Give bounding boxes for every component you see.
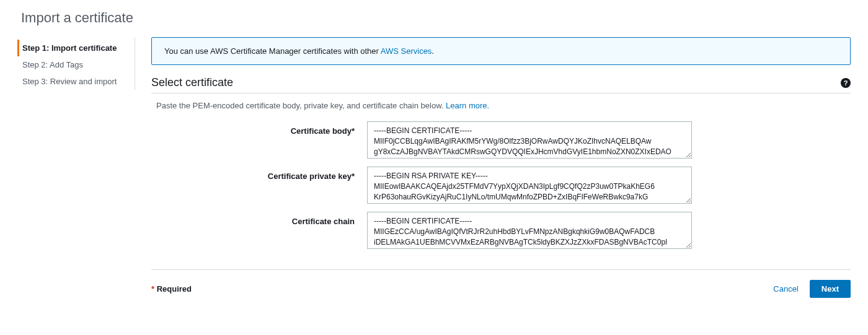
footer-buttons: Cancel Next [773,280,851,298]
section-description: Paste the PEM-encoded certificate body, … [151,101,851,110]
section-header: Select certificate ? [151,76,851,94]
row-certificate-body: Certificate body* [151,121,851,160]
help-icon[interactable]: ? [841,78,851,88]
aws-services-link[interactable]: AWS Services [381,46,432,56]
main-content: You can use AWS Certificate Manager cert… [135,37,851,298]
wizard-step-2[interactable]: Step 2: Add Tags [17,56,130,73]
label-certificate-chain: Certificate chain [156,212,367,251]
required-text: Required [154,284,192,294]
section-heading: Select certificate [151,76,233,89]
banner-text: You can use AWS Certificate Manager cert… [164,46,381,56]
info-banner: You can use AWS Certificate Manager cert… [151,37,851,65]
cancel-button[interactable]: Cancel [773,284,798,294]
certificate-key-input[interactable] [367,167,692,204]
label-certificate-key: Certificate private key* [156,167,367,206]
row-certificate-key: Certificate private key* [151,167,851,206]
learn-more-link[interactable]: Learn more. [446,101,489,110]
label-certificate-body: Certificate body* [156,121,367,160]
next-button[interactable]: Next [810,280,851,298]
footer: * Required Cancel Next [151,269,851,298]
row-certificate-chain: Certificate chain [151,212,851,251]
certificate-chain-input[interactable] [367,212,692,249]
section-desc-text: Paste the PEM-encoded certificate body, … [156,101,446,110]
wizard-nav: Step 1: Import certificate Step 2: Add T… [17,37,135,90]
page-title: Import a certificate [21,10,851,26]
wizard-step-3[interactable]: Step 3: Review and import [17,73,130,90]
wizard-layout: Step 1: Import certificate Step 2: Add T… [17,37,851,298]
required-note: * Required [151,284,192,294]
wizard-step-1[interactable]: Step 1: Import certificate [17,40,130,56]
certificate-body-input[interactable] [367,121,692,159]
banner-suffix: . [432,46,434,56]
